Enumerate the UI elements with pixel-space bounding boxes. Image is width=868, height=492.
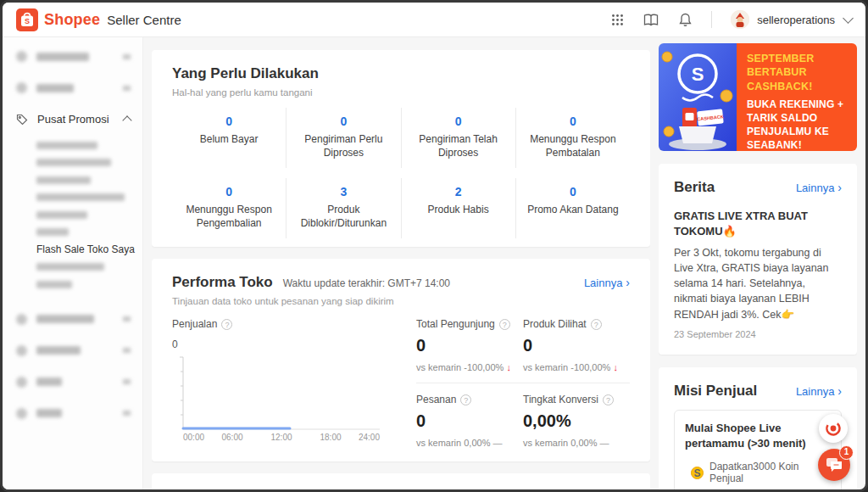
arrow-down-icon: ↓: [613, 362, 618, 372]
blurred-label: [36, 409, 62, 417]
news-more-link[interactable]: Lainnya: [796, 181, 842, 194]
todo-label: Pengiriman Perlu Diproses: [292, 133, 395, 159]
todo-label: Menunggu Respon Pembatalan: [521, 133, 625, 159]
blurred-label: [36, 377, 62, 386]
todo-promo-akan-datang[interactable]: 0 Promo Akan Datang: [515, 178, 630, 238]
performance-more-link[interactable]: Lainnya: [584, 276, 630, 289]
chart-y-top-tick: 0: [172, 338, 394, 350]
sidebar-subitem-flash-sale[interactable]: Flash Sale Toko Saya: [3, 241, 142, 259]
blurred-icon: [16, 408, 27, 419]
todo-label: Pengiriman Telah Diproses: [407, 133, 510, 159]
todo-produk-diblokir[interactable]: 3 Produk Diblokir/Diturunkan: [286, 178, 400, 238]
sidebar-subitem-blurred[interactable]: [3, 189, 142, 207]
app-window: S Shopee Seller Centre: [0, 0, 868, 492]
blurred-label: [36, 281, 72, 288]
news-headline[interactable]: GRATIS LIVE XTRA BUAT TOKOMU🔥: [674, 209, 842, 238]
education-book-icon[interactable]: [643, 12, 659, 27]
sidebar-nav: Pusat Promosi Flash Sale Toko Saya: [3, 37, 143, 492]
help-icon[interactable]: [591, 319, 602, 330]
metric-tingkat-konversi[interactable]: Tingkat Konversi 0,00% vs kemarin 0,00% …: [523, 394, 630, 448]
todo-card: Yang Perlu Dilakukan Hal-hal yang perlu …: [152, 50, 650, 247]
sidebar-item-blurred[interactable]: [3, 41, 142, 72]
blurred-chevron-icon: [123, 411, 131, 416]
todo-pengiriman-perlu-diproses[interactable]: 0 Pengiriman Perlu Diproses: [286, 108, 400, 168]
metric-change: vs kemarin 0,00%: [416, 438, 490, 448]
shopee-logo-icon[interactable]: S: [16, 8, 38, 31]
news-date: 23 September 2024: [674, 329, 842, 339]
help-icon[interactable]: [499, 319, 510, 330]
todo-menunggu-respon-pembatalan[interactable]: 0 Menunggu Respon Pembatalan: [515, 108, 630, 168]
brand-name[interactable]: Shopee: [44, 11, 100, 29]
sidebar-subitem-blurred[interactable]: [3, 154, 142, 172]
metric-value: 0: [416, 336, 523, 355]
sidebar-subitem-blurred[interactable]: [3, 206, 142, 224]
sidebar-subitem-blurred[interactable]: [3, 259, 142, 277]
blurred-chevron-icon: [123, 348, 131, 353]
metric-pesanan[interactable]: Pesanan 0 vs kemarin 0,00% —: [416, 394, 523, 448]
blurred-icon: [16, 51, 27, 62]
metric-label: Produk Dilihat: [523, 318, 587, 330]
blurred-label: [36, 142, 97, 149]
todo-produk-habis[interactable]: 2 Produk Habis: [401, 178, 515, 238]
blurred-label: [36, 346, 81, 355]
promo-title: Pusat Promosi: [172, 489, 273, 492]
blurred-icon: [16, 82, 27, 93]
sidebar-subitem-blurred[interactable]: [3, 276, 142, 294]
sidebar-subitem-blurred[interactable]: [3, 137, 142, 154]
sidebar-item-pusat-promosi[interactable]: Pusat Promosi: [3, 103, 142, 135]
sidebar-subitem-blurred[interactable]: [3, 224, 142, 242]
chat-button[interactable]: 1: [818, 449, 850, 481]
seller-coin-icon: S: [691, 467, 704, 479]
todo-label: Promo Akan Datang: [521, 204, 625, 217]
banner-subline: BUKA REKENING + TARIK SALDO PENJUALMU KE…: [747, 98, 847, 151]
help-icon[interactable]: [603, 394, 614, 405]
last-update-text: Waktu update terakhir: GMT+7 14:00: [283, 277, 450, 289]
arrow-down-icon: ↓: [506, 362, 511, 372]
promo-centre-card: Pusat Promosi Lainnya Fitur Pusat Promos…: [152, 473, 650, 492]
missions-more-link[interactable]: Lainnya: [796, 384, 842, 398]
svg-text:06:00: 06:00: [221, 433, 242, 442]
sales-chart: Penjualan 0 0: [172, 318, 394, 448]
sidebar-item-blurred[interactable]: [3, 366, 142, 398]
help-icon[interactable]: [221, 319, 232, 330]
todo-belum-bayar[interactable]: 0 Belum Bayar: [172, 108, 286, 168]
chat-unread-badge: 1: [839, 445, 854, 460]
blurred-chevron-icon: [123, 316, 131, 321]
top-header: S Shopee Seller Centre: [3, 3, 865, 37]
blurred-label: [36, 159, 111, 166]
sidebar-item-blurred[interactable]: [3, 304, 142, 335]
blurred-icon: [16, 345, 27, 356]
sidebar-item-blurred[interactable]: [3, 398, 142, 429]
sidebar-item-blurred[interactable]: [3, 72, 142, 103]
metric-total-pengunjung[interactable]: Total Pengunjung 0 vs kemarin -100,00% ↓: [416, 318, 523, 372]
metric-label: Tingkat Konversi: [523, 394, 598, 405]
todo-subtitle: Hal-hal yang perlu kamu tangani: [172, 87, 630, 98]
blurred-label: [36, 228, 69, 236]
tag-icon: [16, 114, 28, 126]
todo-count: 0: [407, 115, 510, 128]
notification-bell-icon[interactable]: [677, 12, 693, 27]
svg-text:00:00: 00:00: [183, 433, 204, 442]
assistant-record-button[interactable]: [819, 414, 848, 443]
chevron-up-icon: [122, 115, 131, 125]
todo-menunggu-respon-pengembalian[interactable]: 0 Menunggu Respon Pengembalian: [172, 178, 286, 238]
help-icon[interactable]: [460, 394, 471, 405]
mission-item-live: Mulai Shopee Live pertamamu (>30 menit) …: [674, 410, 842, 492]
flat-dash-icon: —: [493, 438, 503, 448]
seabank-banner[interactable]: S CASHBACK SEPTEMBER BERTABUR CASHBACK!: [659, 43, 857, 151]
blurred-label: [36, 315, 94, 323]
todo-pengiriman-telah-diproses[interactable]: 0 Pengiriman Telah Diproses: [401, 108, 515, 168]
performance-title: Performa Toko: [172, 274, 273, 291]
chat-bubbles-icon: [826, 457, 843, 472]
sidebar-subitem-label: Flash Sale Toko Saya: [36, 243, 135, 255]
news-body: Per 3 Okt, tokomu tergabung di Live Xtra…: [674, 245, 842, 322]
sidebar-subitem-blurred[interactable]: [3, 171, 142, 189]
apps-grid-icon[interactable]: [609, 12, 625, 27]
user-menu[interactable]: selleroperations: [731, 10, 852, 29]
sidebar-item-blurred[interactable]: [3, 335, 142, 366]
metric-produk-dilihat[interactable]: Produk Dilihat 0 vs kemarin -100,00% ↓: [523, 318, 630, 372]
svg-text:12:00: 12:00: [270, 433, 292, 442]
missions-title: Misi Penjual: [674, 383, 757, 400]
main-content: Yang Perlu Dilakukan Hal-hal yang perlu …: [152, 37, 650, 492]
banner-headline: SEPTEMBER BERTABUR CASHBACK!: [747, 52, 847, 93]
